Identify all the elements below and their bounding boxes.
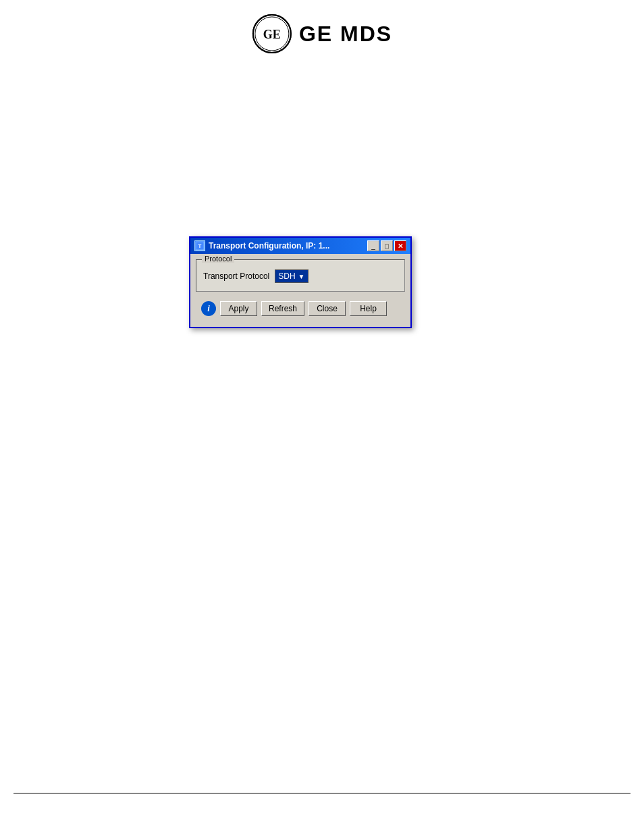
title-bar-left: T Transport Configuration, IP: 1... [194,240,329,251]
company-name-text: GE MDS [299,22,392,47]
dialog-icon: T [194,240,205,251]
maximize-button[interactable]: □ [381,240,393,251]
refresh-button[interactable]: Refresh [261,301,304,316]
transport-config-dialog: T Transport Configuration, IP: 1... _ □ … [189,236,412,328]
close-button[interactable]: Close [308,301,346,316]
protocol-row: Transport Protocol SDH ▼ [203,269,398,283]
logo-area: GE GE MDS [252,14,392,54]
minimize-button[interactable]: _ [367,240,379,251]
button-bar: i Apply Refresh Close Help [196,298,405,321]
transport-protocol-label: Transport Protocol [203,271,269,281]
svg-text:T: T [198,243,202,249]
window-controls: _ □ ✕ [367,240,406,251]
dropdown-arrow-icon: ▼ [298,273,305,280]
bottom-horizontal-rule [14,793,630,793]
dialog-title-bar: T Transport Configuration, IP: 1... _ □ … [190,238,410,254]
dialog-app-icon: T [195,241,205,251]
info-icon: i [201,301,216,316]
group-box-legend: Protocol [202,255,234,263]
close-window-button[interactable]: ✕ [394,240,406,251]
protocol-group-box: Protocol Transport Protocol SDH ▼ [196,259,405,292]
help-button[interactable]: Help [350,301,387,316]
ge-logo-icon: GE [252,14,292,54]
svg-text:GE: GE [263,28,281,41]
dialog-title: Transport Configuration, IP: 1... [209,241,329,251]
apply-button[interactable]: Apply [220,301,257,316]
dialog-content: Protocol Transport Protocol SDH ▼ i Appl… [190,254,410,327]
selected-protocol-value: SDH [278,271,295,281]
transport-protocol-select[interactable]: SDH ▼ [275,269,308,283]
